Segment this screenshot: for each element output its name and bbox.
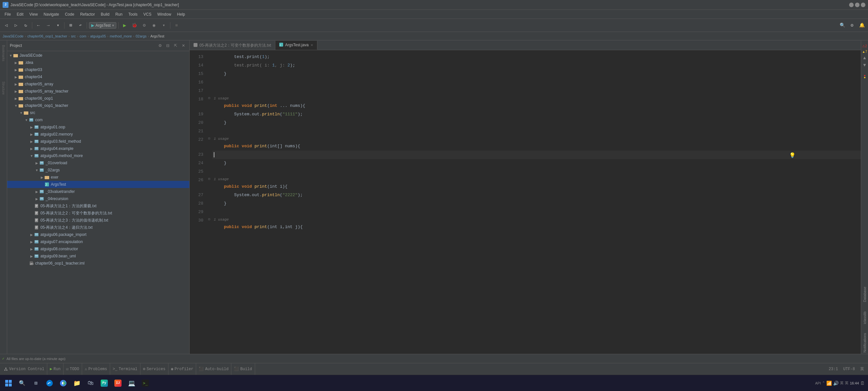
toolbar-revert[interactable]: ↶ — [76, 21, 85, 30]
tree-item-chapter05_array[interactable]: ▶chapter05_array — [7, 81, 189, 88]
menu-tools[interactable]: Tools — [126, 11, 140, 18]
breadcrumb-item-02args[interactable]: 02args — [135, 34, 147, 38]
code-line-19[interactable]: System.out.println("1111"); — [212, 110, 861, 119]
tree-item-atguigu04_example[interactable]: ▶atguigu04.example — [7, 145, 189, 152]
toolbar-nav-back[interactable]: ◁ — [2, 21, 10, 30]
tree-item-atguigu02_memory[interactable]: ▶atguigu02.memory — [7, 131, 189, 138]
bottom-tab-run[interactable]: ▶Run — [47, 363, 64, 375]
bottom-tab-problems[interactable]: ⚠Problems — [82, 363, 110, 375]
tab-argstest_java[interactable]: JArgsTest.java✕ — [275, 41, 317, 50]
tree-item-com[interactable]: ▼com — [7, 116, 189, 123]
taskbar-edge[interactable] — [43, 377, 56, 390]
tree-item-chapter06_oop1_teacher_iml[interactable]: imlchapter06_oop1_teacher.iml — [7, 260, 189, 267]
panel-icon-expand[interactable]: ⇱ — [173, 42, 179, 49]
tree-item-exer[interactable]: ▶exer — [7, 174, 189, 181]
bottom-tab-terminal[interactable]: >_Terminal — [110, 363, 141, 375]
encoding[interactable]: UTF-8 — [841, 363, 858, 375]
taskbar-pycharm[interactable]: Py — [98, 377, 111, 390]
search-toolbar-btn[interactable]: 🔍 — [838, 21, 846, 30]
tree-item-chapter03[interactable]: ▶chapter03 — [7, 66, 189, 73]
taskbar-terminal[interactable]: >_ — [139, 377, 152, 390]
panel-icon-close[interactable]: ✕ — [180, 42, 187, 49]
menu-navigate[interactable]: Navigate — [41, 11, 62, 18]
tree-item-_idea[interactable]: ▶.idea — [7, 59, 189, 66]
breadcrumb-item-javasecode[interactable]: JavaSECode — [3, 34, 24, 38]
menu-view[interactable]: View — [27, 11, 40, 18]
taskbar-intellij[interactable]: IJ — [112, 377, 124, 390]
tree-item-chapter06_oop1[interactable]: ▶chapter06_oop1 — [7, 95, 189, 102]
taskbar-search[interactable]: 🔍 — [16, 377, 29, 390]
settings-btn[interactable]: ⚙ — [848, 21, 856, 30]
taskbar-notification[interactable]: 🗓 — [860, 381, 865, 386]
code-line-29[interactable] — [212, 208, 861, 216]
tree-item-javasecode[interactable]: ▼JavaSECode — [7, 52, 189, 59]
breadcrumb-item-atguigu05[interactable]: atguigu05 — [90, 34, 106, 38]
code-line-26[interactable]: public void print(int i){ — [212, 182, 861, 191]
profile-button[interactable]: ◉ — [150, 21, 158, 30]
code-line-16[interactable] — [212, 78, 861, 87]
menu-edit[interactable]: Edit — [14, 11, 26, 18]
coverage-button[interactable]: ⚙ — [140, 21, 149, 30]
bottom-tab-build[interactable]: ⬛Build — [231, 363, 255, 375]
tree-item-chapter04[interactable]: ▶chapter04 — [7, 73, 189, 81]
tree-item-atguigu03_field_method[interactable]: ▶atguigu03.field_method — [7, 138, 189, 145]
taskbar-chrome[interactable] — [57, 377, 70, 390]
tree-item-_01overload[interactable]: ▶_01overload — [7, 159, 189, 167]
tree-item-05______2___________txt[interactable]: 05-再谈方法之2：可变个数形参的方法.txt — [7, 210, 189, 217]
tree-item-_04recursion[interactable]: ▶_04recursion — [7, 195, 189, 202]
toolbar-more-nav[interactable]: ▾ — [54, 21, 62, 30]
code-line-15[interactable]: } — [212, 70, 861, 78]
menu-window[interactable]: Window — [155, 11, 174, 18]
tree-item-05______1_______txt[interactable]: 05-再谈方法之1：方法的重载.txt — [7, 202, 189, 210]
taskbar-explorer[interactable]: 📁 — [70, 377, 84, 390]
panel-icon-gear[interactable]: ⚙ — [157, 42, 163, 49]
maximize-button[interactable]: □ — [855, 3, 860, 7]
tree-item-05______3__________txt[interactable]: 05-再谈方法之3：方法的值传递机制.txt — [7, 217, 189, 224]
run-config-selector[interactable]: ▶ ArgsTest ▾ — [89, 22, 116, 29]
nav-up[interactable]: ▲ — [863, 55, 866, 61]
code-line-23[interactable]: 💡 — [212, 151, 861, 159]
breadcrumb-item-src[interactable]: src — [71, 34, 76, 38]
line-separator[interactable]: 英 — [858, 363, 867, 375]
tab-close[interactable]: ✕ — [311, 43, 313, 47]
menu-file[interactable]: File — [2, 11, 13, 18]
debug-button[interactable]: 🐞 — [130, 21, 139, 30]
code-line-25[interactable] — [212, 168, 861, 176]
cursor-position[interactable]: 23:1 — [826, 363, 841, 375]
code-editor[interactable]: 131415161718192021222324252627282930 ⊟⊟⊟… — [190, 50, 861, 354]
tree-item-_02args[interactable]: ▼_02args — [7, 167, 189, 174]
notifications-btn[interactable]: 🔔 — [858, 21, 866, 30]
tree-item-src[interactable]: ▼src — [7, 109, 189, 116]
toolbar-bookmark[interactable]: ⊞ — [66, 21, 75, 30]
menu-help[interactable]: Help — [174, 11, 188, 18]
code-line-17[interactable] — [212, 87, 861, 95]
start-button[interactable] — [2, 377, 15, 390]
bottom-tab-services[interactable]: ⚙Services — [141, 363, 168, 375]
tree-item-atguigu01_oop[interactable]: ▶atguigu01.oop — [7, 123, 189, 131]
code-line-13[interactable]: test.print(1); — [212, 53, 861, 61]
tree-item-chapter05_array_teacher[interactable]: ▶chapter05_array_teacher — [7, 88, 189, 95]
tree-item-argstest[interactable]: JArgsTest — [7, 181, 189, 188]
breadcrumb-item-argstest[interactable]: ArgsTest — [151, 34, 164, 38]
minimize-button[interactable]: ─ — [849, 3, 854, 7]
bottom-tab-todo[interactable]: ☑TODO — [64, 363, 82, 375]
tab-05______2___________txt[interactable]: 05-再谈方法之2：可变个数形参的方法.txt — [190, 41, 275, 50]
code-line-28[interactable]: } — [212, 200, 861, 208]
menu-run[interactable]: Run — [113, 11, 125, 18]
bottom-tab-auto-build[interactable]: ⬛Auto-build — [196, 363, 231, 375]
close-button[interactable]: ✕ — [861, 3, 865, 7]
tree-item-atguigu06_package_import[interactable]: ▶atguigu06.package_import — [7, 231, 189, 238]
code-line-21[interactable] — [212, 127, 861, 136]
code-line-18[interactable]: public void print(int ... nums){ — [212, 102, 861, 110]
tree-item-atguigu09_bean_uml[interactable]: ▶atguigu09.bean_uml — [7, 252, 189, 260]
nav-down[interactable]: ▼ — [863, 63, 866, 68]
toolbar-nav-fwd[interactable]: ▷ — [12, 21, 20, 30]
code-line-22[interactable]: public void print(int[] nums){ — [212, 142, 861, 151]
menu-build[interactable]: Build — [98, 11, 112, 18]
tree-item-chapter06_oop1_teacher[interactable]: ▼chapter06_oop1_teacher — [7, 102, 189, 109]
toolbar-refresh[interactable]: ↻ — [22, 21, 30, 30]
taskbar-store[interactable]: 🛍 — [84, 377, 97, 390]
taskbar-taskview[interactable]: ⊞ — [29, 377, 42, 390]
toolbar-forward-btn[interactable]: → — [44, 21, 53, 30]
code-line-14[interactable]: test.print( i: 1, j: 2); — [212, 61, 861, 70]
